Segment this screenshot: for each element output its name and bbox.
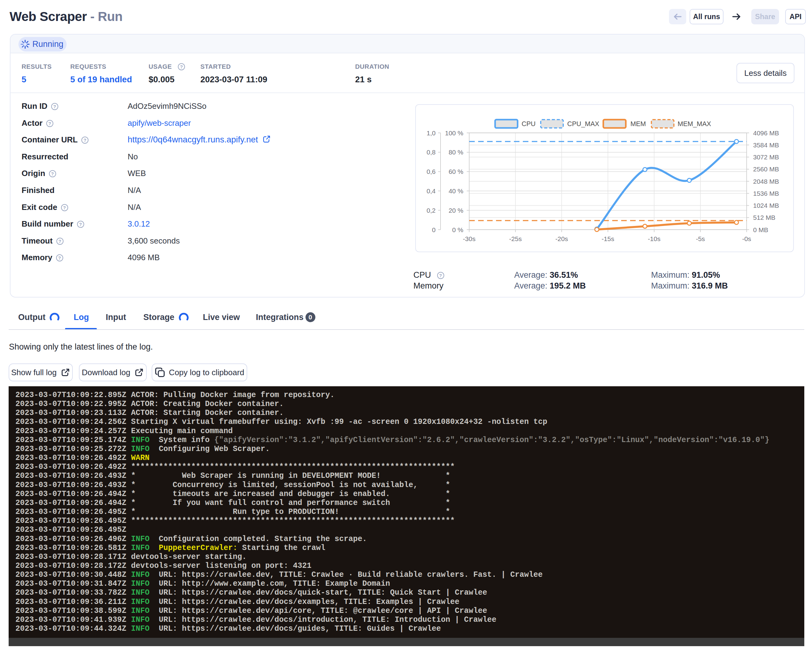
svg-text:0: 0 — [432, 226, 436, 233]
svg-text:2560 MB: 2560 MB — [753, 166, 779, 172]
svg-text:CPU: CPU — [522, 120, 536, 128]
svg-text:-0s: -0s — [742, 235, 751, 242]
svg-text:0,2: 0,2 — [427, 207, 436, 214]
svg-text:1,0: 1,0 — [427, 130, 436, 137]
svg-text:CPU_MAX: CPU_MAX — [567, 120, 599, 128]
svg-text:MEM_MAX: MEM_MAX — [678, 120, 711, 128]
svg-text:1536 MB: 1536 MB — [753, 190, 779, 197]
svg-text:512 MB: 512 MB — [753, 214, 775, 221]
svg-text:60 %: 60 % — [449, 168, 463, 175]
svg-text:0,8: 0,8 — [427, 149, 436, 156]
svg-text:-20s: -20s — [556, 235, 568, 242]
svg-text:0 %: 0 % — [452, 226, 463, 233]
svg-text:0,6: 0,6 — [427, 168, 436, 175]
svg-text:100 %: 100 % — [445, 130, 463, 137]
svg-text:3584 MB: 3584 MB — [753, 142, 779, 149]
svg-text:0 MB: 0 MB — [753, 226, 768, 233]
svg-text:-25s: -25s — [509, 235, 522, 242]
svg-text:80 %: 80 % — [449, 149, 463, 156]
svg-text:4096 MB: 4096 MB — [753, 130, 779, 137]
svg-text:20 %: 20 % — [449, 207, 463, 214]
svg-text:-15s: -15s — [602, 235, 614, 242]
svg-text:2048 MB: 2048 MB — [753, 178, 779, 185]
svg-text:0,4: 0,4 — [427, 188, 436, 195]
svg-text:-5s: -5s — [696, 235, 705, 242]
svg-text:3072 MB: 3072 MB — [753, 154, 779, 161]
svg-text:MEM: MEM — [630, 120, 646, 128]
svg-text:-30s: -30s — [463, 235, 476, 242]
svg-text:1024 MB: 1024 MB — [753, 202, 779, 209]
svg-text:40 %: 40 % — [449, 188, 463, 195]
svg-text:-10s: -10s — [648, 235, 661, 242]
